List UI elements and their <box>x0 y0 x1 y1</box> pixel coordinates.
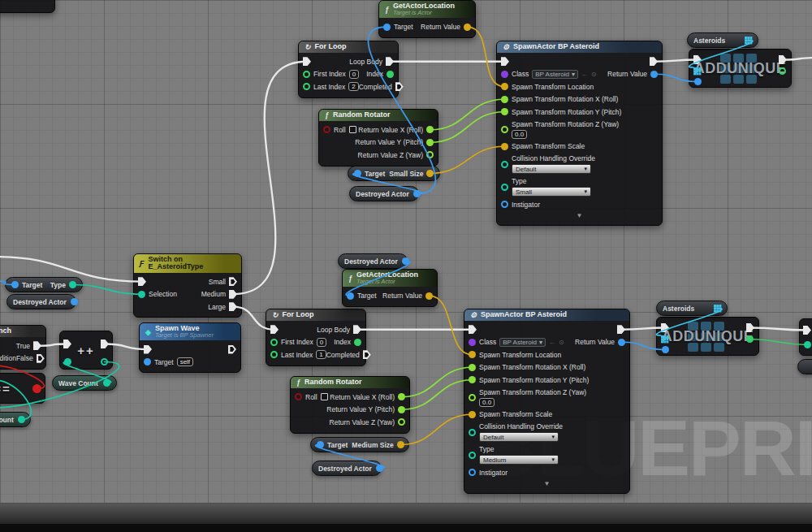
node-spawn-wave[interactable]: ◈Spawn WaveTarget is BP SpawnerTargetsel… <box>139 322 241 373</box>
enum-pin[interactable] <box>103 379 110 387</box>
exec-pin[interactable] <box>386 57 394 66</box>
int-pin[interactable] <box>270 339 278 346</box>
exec-pin[interactable] <box>617 325 625 334</box>
collapse-arrow-icon[interactable]: ▼ <box>544 480 551 487</box>
node-right-partial[interactable] <box>799 318 812 356</box>
flt-pin[interactable] <box>501 126 508 133</box>
blueprint-canvas[interactable]: BLUEPRINT ƒGetActorLocationTarget is Act… <box>0 0 812 532</box>
flt-pin[interactable] <box>469 394 476 401</box>
flt-pin[interactable] <box>426 139 434 146</box>
exec-in-pin[interactable] <box>803 326 811 335</box>
enum-pin[interactable] <box>501 184 508 191</box>
checkbox[interactable] <box>321 393 328 400</box>
class-select[interactable]: BP Asteroid▾ <box>532 70 578 79</box>
exec-pin[interactable] <box>229 277 237 286</box>
pill-type[interactable]: TargetType <box>5 277 83 292</box>
pill-medium-size[interactable]: TargetMedium Size <box>310 437 409 452</box>
value-field[interactable]: 1 <box>316 350 326 359</box>
obj-pin[interactable] <box>11 281 19 288</box>
enum-pin[interactable] <box>69 281 76 288</box>
value-field[interactable]: 0.0 <box>512 130 527 139</box>
node-equals[interactable]: == <box>0 373 45 404</box>
exec-pin[interactable] <box>138 277 146 286</box>
pill-small-size[interactable]: TargetSmall Size <box>348 166 440 181</box>
vec-pin[interactable] <box>425 292 433 300</box>
value-in-pin[interactable] <box>804 341 811 348</box>
flt-pin[interactable] <box>501 108 508 115</box>
flt-pin[interactable] <box>426 151 434 158</box>
enum-pin[interactable] <box>469 452 476 459</box>
obj-pin[interactable] <box>469 469 476 476</box>
dropdown[interactable]: Default▾ <box>512 164 591 174</box>
exec-pin[interactable] <box>144 345 152 354</box>
node-switch-on-e-asteroidtype[interactable]: ƑSwitch on E_AsteroidTypeSmallSelectionM… <box>133 253 242 318</box>
enum-pin[interactable] <box>138 291 145 298</box>
wire-exec[interactable] <box>233 62 307 294</box>
exec-pin[interactable] <box>228 345 236 354</box>
int-out-pin[interactable] <box>746 335 754 343</box>
exec-pin[interactable] <box>650 57 658 66</box>
int-out-pin[interactable] <box>779 67 786 75</box>
enum-pin[interactable] <box>18 416 25 423</box>
exec-pin[interactable] <box>469 325 477 334</box>
object-pin[interactable] <box>694 78 702 85</box>
node-addunique-2[interactable]: ADDUNIQUE <box>656 317 759 356</box>
obj-pin[interactable] <box>144 358 151 365</box>
checkbox[interactable] <box>349 126 356 133</box>
vec-pin[interactable] <box>464 24 471 31</box>
exec-pin[interactable] <box>229 302 237 311</box>
vec-pin[interactable] <box>469 411 476 418</box>
bool-pin[interactable] <box>323 126 330 133</box>
obj-pin[interactable] <box>618 339 625 346</box>
vec-pin[interactable] <box>426 170 434 177</box>
node-getactorlocation-2[interactable]: ƒGetActorLocationTarget is ActorTargetRe… <box>342 269 438 307</box>
node-addunique-1[interactable]: ADDUNIQUE <box>689 49 792 88</box>
pill-asteroids-2[interactable]: Asteroids <box>656 301 728 316</box>
class-pin[interactable] <box>469 339 476 346</box>
obj-pin[interactable] <box>354 170 361 177</box>
flt-pin[interactable] <box>398 393 405 400</box>
int-pin[interactable] <box>354 339 361 346</box>
wire-flt[interactable] <box>430 99 505 130</box>
exec-pin[interactable] <box>353 325 361 334</box>
exec-pin[interactable] <box>501 57 509 66</box>
node-for-loop-2[interactable]: ↻For LoopLoop BodyFirst Index0IndexLast … <box>266 309 366 366</box>
int-pin[interactable] <box>303 83 310 90</box>
int-pin[interactable] <box>387 71 394 78</box>
obj-pin[interactable] <box>413 190 421 197</box>
node-getactorlocation-1[interactable]: ƒGetActorLocationTarget is ActorTargetRe… <box>378 0 476 38</box>
flt-pin[interactable] <box>426 126 434 133</box>
value-field[interactable]: self <box>177 357 193 366</box>
exec-pin[interactable] <box>363 350 371 359</box>
pill-right-partial[interactable] <box>797 359 812 374</box>
obj-pin[interactable] <box>71 298 78 305</box>
flt-pin[interactable] <box>398 418 405 426</box>
node-random-rotator-1[interactable]: ƒRandom RotatorRollReturn Value X (Roll)… <box>318 109 438 167</box>
wire-vec[interactable] <box>430 146 505 173</box>
exec-pin[interactable] <box>303 57 311 66</box>
flt-pin[interactable] <box>501 96 508 103</box>
value-field[interactable]: 0 <box>349 70 359 79</box>
pill-destroyed-actor-3[interactable]: Destroyed Actor <box>338 253 408 269</box>
flt-pin[interactable] <box>469 376 476 383</box>
exec-pin[interactable] <box>37 354 45 363</box>
node-increment[interactable]: ++ <box>59 331 113 370</box>
node-spawnactor-bp-asteroid-1[interactable]: ⚙SpawnActor BP AsteroidClassBP Asteroid▾… <box>496 41 663 226</box>
pill-wave-count[interactable]: Wave Count <box>52 375 117 391</box>
collapse-arrow-icon[interactable]: ▼ <box>577 212 583 219</box>
bool-out-pin[interactable] <box>32 384 41 393</box>
obj-pin[interactable] <box>376 465 383 472</box>
obj-pin[interactable] <box>650 71 658 78</box>
node-branch-partial[interactable]: ƒBranchTrueConditionFalse <box>0 325 46 370</box>
wire-flt[interactable] <box>430 112 505 143</box>
node-for-loop-1[interactable]: ↻For LoopLoop BodyFirst Index0IndexLast … <box>298 41 399 98</box>
wire-vec[interactable] <box>400 414 472 444</box>
obj-pin[interactable] <box>402 257 409 265</box>
flt-pin[interactable] <box>469 364 476 371</box>
enum-pin[interactable] <box>469 429 476 436</box>
node-random-rotator-2[interactable]: ƒRandom RotatorRollReturn Value X (Roll)… <box>290 376 410 434</box>
pill-wave-count-partial[interactable]: Wave Count <box>0 412 31 427</box>
pill-asteroids-1[interactable]: Asteroids <box>687 32 758 48</box>
exec-pin[interactable] <box>395 82 404 91</box>
exec-pin[interactable] <box>229 290 237 299</box>
